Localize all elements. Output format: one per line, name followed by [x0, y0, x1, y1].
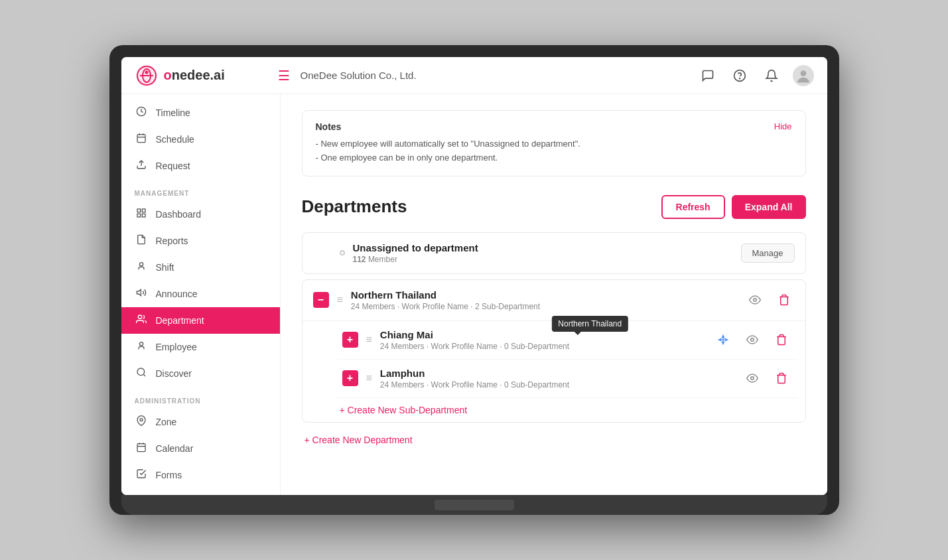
- drag-handle-northern[interactable]: ≡: [337, 294, 343, 306]
- chiang-mai-name: Chiang Mai: [380, 329, 705, 340]
- zone-icon: [135, 415, 148, 429]
- sidebar-label-zone: Zone: [156, 417, 177, 427]
- northern-thailand-row: − ≡ Northern Thailand 24 Members · Work …: [303, 280, 805, 320]
- logo-area: onedee.ai: [135, 64, 267, 88]
- header-actions: [697, 65, 814, 86]
- svg-marker-20: [137, 289, 141, 295]
- logo-icon: [135, 64, 159, 88]
- departments-actions: Refresh Expand All: [661, 195, 806, 219]
- sidebar-item-calendar[interactable]: Calendar: [121, 435, 280, 462]
- delete-lamphun-btn[interactable]: [771, 368, 792, 389]
- drag-handle-lamphun[interactable]: ≡: [366, 372, 372, 384]
- sidebar-item-forms[interactable]: Forms: [121, 462, 280, 488]
- trackpad: [435, 500, 514, 510]
- view-chiang-mai-btn[interactable]: [742, 329, 763, 350]
- svg-rect-16: [142, 209, 145, 212]
- collapse-northern-btn[interactable]: −: [313, 292, 329, 308]
- sidebar-label-reports: Reports: [156, 236, 188, 246]
- departments-header: Departments Refresh Expand All: [302, 195, 806, 219]
- company-name: OneDee Solution Co., Ltd.: [301, 70, 697, 81]
- create-sub-dept-link[interactable]: + Create New Sub-Department: [337, 398, 797, 422]
- refresh-button[interactable]: Refresh: [661, 195, 725, 219]
- expand-chiang-mai-btn[interactable]: +: [342, 332, 358, 348]
- svg-rect-15: [137, 209, 141, 212]
- sidebar-label-announce: Announce: [156, 289, 198, 299]
- svg-rect-10: [137, 135, 145, 143]
- sidebar-item-timeline[interactable]: Timeline: [121, 100, 280, 126]
- sidebar-item-department[interactable]: Department: [121, 307, 280, 334]
- create-dept-link[interactable]: + Create New Department: [302, 428, 806, 452]
- sidebar-label-shift: Shift: [156, 262, 174, 273]
- notes-section: Notes Hide - New employee will automatic…: [302, 110, 806, 176]
- employee-icon: [135, 340, 148, 354]
- svg-point-36: [750, 377, 754, 380]
- main-content: Notes Hide - New employee will automatic…: [281, 94, 827, 495]
- sidebar-item-discover[interactable]: Discover: [121, 360, 280, 387]
- shift-icon: [135, 261, 148, 274]
- svg-point-35: [750, 338, 754, 342]
- delete-northern-btn[interactable]: [774, 289, 795, 311]
- logo-text: onedee.ai: [164, 68, 225, 83]
- department-icon: [135, 314, 148, 327]
- notes-hide-btn[interactable]: Hide: [774, 121, 792, 131]
- avatar[interactable]: [793, 65, 814, 86]
- sidebar-item-announce[interactable]: Announce: [121, 281, 280, 307]
- view-lamphun-btn[interactable]: [742, 368, 763, 389]
- svg-line-24: [143, 374, 145, 376]
- sidebar-item-reports[interactable]: Reports: [121, 228, 280, 254]
- sub-departments-wrapper: + ≡ Chiang Mai 24 Members · Work Profile…: [303, 320, 805, 422]
- svg-point-22: [139, 342, 143, 346]
- view-northern-btn[interactable]: [744, 289, 766, 311]
- expand-all-button[interactable]: Expand All: [732, 195, 806, 219]
- chiang-mai-info: Chiang Mai 24 Members · Work Profile Nam…: [380, 329, 705, 351]
- svg-point-23: [137, 368, 145, 376]
- timeline-icon: [135, 106, 148, 119]
- svg-rect-18: [142, 214, 145, 217]
- sidebar-item-schedule[interactable]: Schedule: [121, 126, 280, 153]
- manage-button[interactable]: Manage: [741, 244, 795, 263]
- notes-title: Notes: [316, 121, 342, 132]
- sidebar-item-leave[interactable]: Leave: [121, 488, 280, 495]
- notes-line-2: - One employee can be in only one depart…: [316, 151, 792, 165]
- menu-icon[interactable]: ☰: [278, 68, 290, 84]
- unassigned-info: Unassigned to department 112 Member: [353, 242, 733, 264]
- unassigned-dot: [340, 250, 345, 255]
- chiang-mai-row: + ≡ Chiang Mai 24 Members · Work Profile…: [337, 321, 797, 360]
- chiang-mai-meta: 24 Members · Work Profile Name · 0 Sub-D…: [380, 342, 705, 351]
- calendar-icon: [135, 442, 148, 455]
- sidebar-item-request[interactable]: Request: [121, 153, 280, 179]
- bell-icon[interactable]: [761, 65, 782, 86]
- svg-point-4: [145, 70, 148, 74]
- unassigned-meta: 112 Member: [353, 255, 733, 264]
- discover-icon: [135, 367, 148, 380]
- management-section-label: MANAGEMENT: [121, 179, 280, 201]
- sidebar-label-request: Request: [156, 161, 190, 171]
- sidebar-label-timeline: Timeline: [156, 107, 190, 118]
- svg-rect-17: [137, 214, 141, 217]
- sidebar-label-calendar: Calendar: [156, 443, 194, 454]
- svg-point-33: [753, 299, 756, 302]
- expand-lamphun-btn[interactable]: +: [342, 370, 358, 386]
- sidebar-item-employee[interactable]: Employee: [121, 334, 280, 360]
- lamphun-info: Lamphun 24 Members · Work Profile Name ·…: [380, 368, 734, 389]
- departments-title: Departments: [302, 196, 407, 217]
- sidebar-item-dashboard[interactable]: Dashboard: [121, 201, 280, 228]
- sidebar-label-schedule: Schedule: [156, 134, 194, 145]
- sidebar-item-shift[interactable]: Shift: [121, 254, 280, 281]
- svg-point-21: [138, 315, 141, 318]
- svg-point-25: [140, 419, 143, 421]
- lamphun-row: + ≡ Lamphun 24 Members · Work Profile Na…: [337, 360, 797, 398]
- sidebar-item-zone[interactable]: Zone: [121, 409, 280, 435]
- northern-name: Northern Thailand: [351, 289, 736, 301]
- delete-chiang-mai-btn[interactable]: [771, 329, 792, 350]
- move-cursor-area[interactable]: [712, 329, 734, 350]
- chat-icon[interactable]: [697, 65, 718, 86]
- northern-meta: 24 Members · Work Profile Name · 2 Sub-D…: [351, 302, 736, 311]
- svg-rect-26: [137, 444, 145, 452]
- dashboard-icon: [135, 208, 148, 221]
- northern-thailand-card: − ≡ Northern Thailand 24 Members · Work …: [302, 279, 806, 423]
- help-icon[interactable]: [729, 65, 750, 86]
- drag-handle-chiang-mai[interactable]: ≡: [366, 334, 372, 346]
- sidebar-label-employee: Employee: [156, 342, 197, 352]
- sidebar-label-department: Department: [156, 315, 204, 326]
